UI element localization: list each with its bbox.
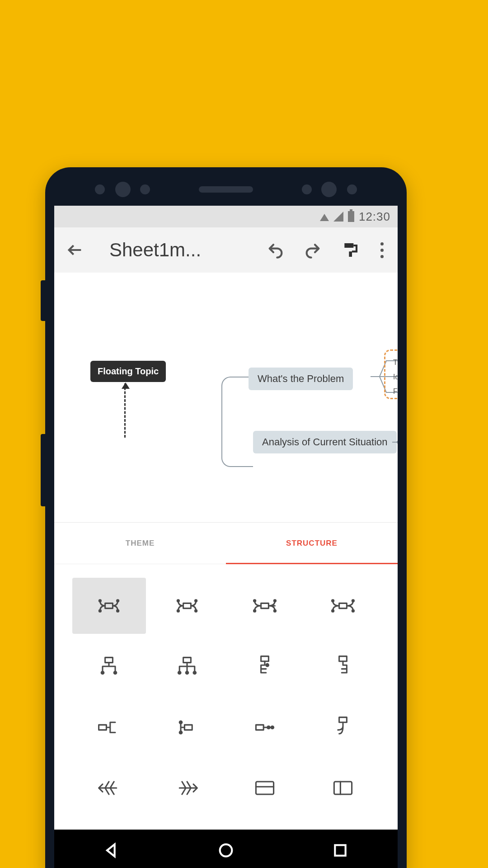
structure-option-logic-4[interactable] [306, 699, 380, 755]
svg-point-11 [254, 600, 256, 602]
arrow-left-icon [66, 241, 84, 259]
nav-back-button[interactable] [103, 841, 121, 861]
structure-option-logic-2[interactable] [150, 699, 224, 755]
structure-option-spreadsheet[interactable] [228, 760, 302, 816]
svg-rect-38 [256, 782, 274, 794]
svg-point-33 [179, 731, 182, 734]
svg-rect-29 [339, 656, 347, 661]
svg-rect-5 [183, 604, 191, 609]
tab-theme[interactable]: THEME [54, 523, 226, 564]
nav-recents-button[interactable] [331, 841, 349, 861]
svg-point-26 [193, 672, 196, 675]
tab-structure[interactable]: STRUCTURE [226, 523, 398, 564]
structure-map-icon [96, 593, 122, 618]
svg-point-40 [220, 844, 232, 856]
svg-point-28 [266, 664, 269, 667]
svg-rect-37 [339, 717, 347, 722]
structure-matrix-icon [330, 775, 356, 801]
square-recents-icon [331, 841, 349, 859]
structure-map-icon [330, 593, 356, 618]
structure-fishbone-icon [96, 775, 122, 801]
structure-fishbone-icon [174, 775, 200, 801]
structure-option-matrix[interactable] [306, 760, 380, 816]
phone-mockup: 12:30 Sheet1m... Floating [45, 167, 407, 868]
svg-rect-20 [105, 658, 113, 663]
structure-spreadsheet-icon [252, 775, 277, 801]
phone-bezel-top [45, 167, 407, 206]
undo-icon [267, 241, 285, 259]
structure-logic-icon [174, 715, 200, 740]
subtopic-node[interactable]: Ide [393, 373, 398, 381]
structure-logic-icon [252, 715, 277, 740]
structure-option-org-4[interactable] [306, 638, 380, 694]
more-button[interactable] [375, 242, 389, 258]
structure-logic-icon [96, 715, 122, 740]
structure-option-logic-3[interactable] [228, 699, 302, 755]
subtopic-node[interactable]: Fir [393, 387, 398, 396]
clock: 12:30 [359, 210, 390, 224]
topic-node[interactable]: Analysis of Current Situation [253, 431, 397, 453]
back-button[interactable] [63, 238, 87, 262]
svg-rect-27 [261, 656, 269, 661]
branch-split-icon [392, 438, 398, 447]
structure-option-map-2[interactable] [150, 578, 224, 634]
svg-point-35 [267, 726, 270, 729]
structure-map-icon [174, 593, 200, 618]
subtopic-node[interactable]: Th [393, 359, 398, 367]
svg-point-21 [101, 672, 104, 675]
svg-rect-39 [334, 782, 352, 794]
structure-option-map-4[interactable] [306, 578, 380, 634]
svg-point-24 [178, 672, 181, 675]
structure-option-map-1[interactable] [72, 578, 146, 634]
topic-node[interactable]: What's the Problem [249, 368, 353, 390]
structure-option-org-1[interactable] [72, 638, 146, 694]
structure-option-org-3[interactable] [228, 638, 302, 694]
android-status-bar: 12:30 [54, 206, 398, 227]
svg-point-12 [254, 610, 256, 612]
signal-icon [333, 212, 343, 222]
structure-option-fishbone-left[interactable] [72, 760, 146, 816]
svg-point-2 [99, 610, 101, 612]
svg-rect-10 [261, 604, 269, 609]
structure-grid [54, 564, 398, 830]
svg-rect-34 [256, 725, 264, 730]
structure-org-icon [174, 654, 200, 679]
undo-button[interactable] [264, 238, 287, 262]
structure-org-icon [96, 654, 122, 679]
more-icon [380, 242, 384, 245]
battery-icon [348, 211, 354, 222]
app-toolbar: Sheet1m... [54, 227, 398, 273]
sheet-title[interactable]: Sheet1m... [100, 239, 250, 261]
svg-point-8 [195, 600, 197, 602]
redo-button[interactable] [301, 238, 324, 262]
svg-rect-0 [105, 604, 113, 609]
structure-option-map-3[interactable] [228, 578, 302, 634]
mindmap-canvas[interactable]: Floating Topic What's the Problem Analys… [54, 273, 398, 522]
svg-point-4 [117, 610, 119, 612]
structure-option-logic-1[interactable] [72, 699, 146, 755]
svg-point-25 [186, 672, 188, 675]
volume-button [41, 280, 45, 321]
branch-connector [221, 440, 253, 467]
android-nav-bar [54, 830, 398, 868]
svg-rect-23 [183, 658, 191, 663]
svg-rect-41 [335, 845, 346, 855]
svg-point-18 [352, 600, 354, 602]
nav-home-button[interactable] [217, 841, 235, 861]
svg-point-13 [274, 600, 276, 602]
redo-icon [304, 241, 322, 259]
svg-point-14 [274, 610, 276, 612]
floating-topic-node[interactable]: Floating Topic [90, 361, 166, 382]
structure-option-fishbone-right[interactable] [150, 760, 224, 816]
triangle-back-icon [103, 841, 121, 859]
structure-org-icon [252, 654, 277, 679]
structure-option-org-2[interactable] [150, 638, 224, 694]
structure-logic-icon [330, 715, 356, 740]
svg-point-36 [271, 726, 274, 729]
structure-map-icon [252, 593, 277, 618]
format-button[interactable] [338, 238, 361, 262]
wifi-icon [320, 214, 329, 221]
svg-point-1 [99, 600, 101, 602]
svg-point-6 [177, 600, 179, 602]
svg-point-17 [332, 610, 333, 612]
